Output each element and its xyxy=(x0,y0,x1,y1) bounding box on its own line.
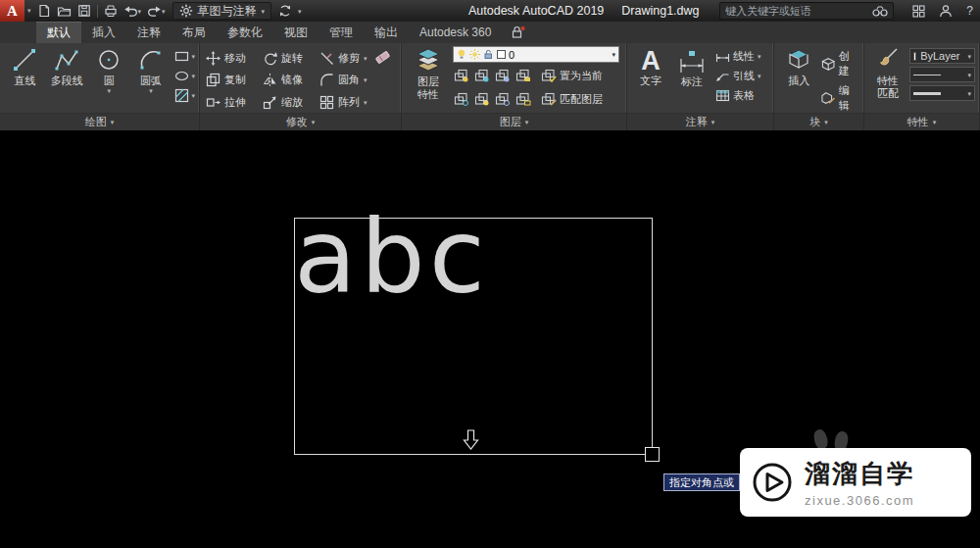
ellipse-icon xyxy=(174,69,189,83)
mirror-button[interactable]: 镜像 xyxy=(261,73,318,87)
properties-dropdowns: ByLayer ▾ ▾ ▾ xyxy=(907,46,975,113)
plot-button[interactable] xyxy=(101,1,121,21)
text-icon: A xyxy=(641,47,661,75)
tab-output[interactable]: 输出 xyxy=(364,22,409,43)
circle-label: 圆 xyxy=(104,75,115,87)
table-icon xyxy=(715,89,730,102)
layer-tools-row-2: 匹配图层 xyxy=(453,89,619,110)
stretch-button[interactable]: 拉伸 xyxy=(204,95,261,110)
app-menu-caret-icon[interactable]: ▾ xyxy=(24,7,34,15)
arc-button[interactable]: 圆弧 ▾ xyxy=(130,46,172,113)
move-button[interactable]: 移动 xyxy=(204,51,261,66)
linetype-dropdown[interactable]: ▾ xyxy=(909,67,975,82)
insert-block-button[interactable]: 插入 xyxy=(778,46,819,113)
save-button[interactable] xyxy=(74,1,94,21)
chevron-down-icon: ▾ xyxy=(138,8,142,15)
circle-button[interactable]: 圆 ▾ xyxy=(88,46,130,113)
panel-title-layers[interactable]: 图层▾ xyxy=(402,113,626,130)
corner-grip[interactable] xyxy=(645,447,660,462)
new-file-button[interactable] xyxy=(34,1,54,21)
scale-button[interactable]: 缩放 xyxy=(261,95,318,110)
open-file-button[interactable] xyxy=(54,1,74,21)
titlebar-right-icons: ? xyxy=(909,0,976,22)
line-button[interactable]: 直线 xyxy=(4,46,46,113)
layer-lock-button[interactable] xyxy=(514,69,532,84)
text-button[interactable]: A 文字 xyxy=(631,46,670,113)
dimension-label: 标注 xyxy=(681,75,703,88)
layer-isolate-button[interactable] xyxy=(473,69,491,84)
tab-annotate[interactable]: 注释 xyxy=(126,22,172,43)
panel-title-annotation[interactable]: 注释▾ xyxy=(627,113,773,130)
match-properties-button[interactable]: 特性 匹配 xyxy=(868,46,907,113)
lineweight-dropdown[interactable]: ▾ xyxy=(909,85,975,101)
toolbar-separator xyxy=(97,5,98,18)
fillet-button[interactable]: 圆角 ▾ xyxy=(318,73,372,87)
linetype-sample xyxy=(913,75,941,75)
tab-insert[interactable]: 插入 xyxy=(81,22,126,43)
search-box[interactable] xyxy=(719,2,894,20)
panel-title-modify[interactable]: 修改▾ xyxy=(200,113,401,130)
table-button[interactable]: 表格 xyxy=(715,88,761,103)
apps-button[interactable] xyxy=(909,1,928,21)
leader-button[interactable]: 引线 ▾ xyxy=(715,69,761,83)
ribbon-state-button[interactable] xyxy=(502,22,534,43)
undo-button[interactable]: ▾ xyxy=(121,1,145,21)
arc-label: 圆弧 xyxy=(140,75,162,87)
set-current-button[interactable]: 置为当前 xyxy=(541,69,603,83)
modify-extra-tools xyxy=(372,46,391,113)
tab-manage[interactable]: 管理 xyxy=(318,22,364,43)
insert-block-label: 插入 xyxy=(788,75,809,87)
panel-modify: 移动 旋转 修剪 ▾ 复制 xyxy=(200,43,402,130)
layer-dropdown[interactable]: 0 ▾ xyxy=(453,46,619,63)
tab-layout[interactable]: 布局 xyxy=(172,22,217,43)
create-block-icon xyxy=(821,57,835,71)
panel-title-properties[interactable]: 特性▾ xyxy=(864,113,979,130)
create-block-button[interactable]: 创建 xyxy=(821,49,859,78)
linear-icon xyxy=(715,50,730,63)
polyline-button[interactable]: 多段线 xyxy=(46,46,88,113)
document-title: Drawing1.dwg xyxy=(621,4,699,18)
ellipse-button[interactable]: ▾ xyxy=(174,69,196,83)
tab-view[interactable]: 视图 xyxy=(273,22,318,43)
layer-unlock-button[interactable] xyxy=(514,92,532,108)
copy-button[interactable]: 复制 xyxy=(204,73,261,87)
tab-autodesk360[interactable]: Autodesk 360 xyxy=(409,22,502,43)
help-button[interactable]: ? xyxy=(963,1,976,21)
trim-button[interactable]: 修剪 ▾ xyxy=(318,51,372,66)
layer-on-button[interactable] xyxy=(473,92,491,108)
tab-parametric[interactable]: 参数化 xyxy=(217,22,273,43)
chevron-down-icon: ▾ xyxy=(967,53,971,60)
layer-properties-button[interactable]: 图层 特性 xyxy=(406,46,451,113)
hatch-button[interactable]: ▾ xyxy=(174,88,196,103)
search-input[interactable] xyxy=(725,5,867,17)
match-layer-button[interactable]: 匹配图层 xyxy=(541,92,603,107)
lineweight-sample xyxy=(913,92,941,95)
dimension-button[interactable]: 标注 xyxy=(670,46,713,113)
linear-dimension-button[interactable]: 线性 ▾ xyxy=(715,49,761,64)
sync-button[interactable] xyxy=(275,1,295,21)
workspace-selector[interactable]: 草图与注释 ▾ xyxy=(172,2,272,20)
edit-block-button[interactable]: 编辑 xyxy=(821,83,859,113)
panel-title-block[interactable]: 块▾ xyxy=(774,113,863,130)
watermark: 溜溜自学 zixue.3066.com xyxy=(740,448,971,517)
layer-unisolate-button[interactable] xyxy=(453,92,470,108)
layer-thaw-button[interactable] xyxy=(494,92,512,108)
sun-icon xyxy=(469,49,480,60)
layer-freeze-button[interactable] xyxy=(494,69,512,84)
qat-customize-button[interactable]: ▾ xyxy=(295,1,305,21)
sign-in-button[interactable] xyxy=(936,1,956,21)
polyline-icon xyxy=(54,47,79,73)
panel-title-draw[interactable]: 绘图▾ xyxy=(0,113,199,130)
autocad-window: A ▾ ▾ ▾ xyxy=(0,0,980,548)
erase-button[interactable] xyxy=(374,49,391,66)
object-color-dropdown[interactable]: ByLayer ▾ xyxy=(909,48,975,64)
layer-off-button[interactable] xyxy=(453,69,470,84)
color-swatch xyxy=(913,52,916,61)
rectangle-button[interactable]: ▾ xyxy=(174,49,196,64)
app-menu-button[interactable]: A xyxy=(0,0,24,22)
array-button[interactable]: 阵列 ▾ xyxy=(318,95,372,110)
tab-default[interactable]: 默认 xyxy=(36,22,81,43)
rotate-button[interactable]: 旋转 xyxy=(261,51,318,66)
redo-button[interactable]: ▾ xyxy=(144,1,169,21)
panel-draw: 直线 多段线 圆 ▾ 圆弧 ▾ xyxy=(0,43,200,130)
